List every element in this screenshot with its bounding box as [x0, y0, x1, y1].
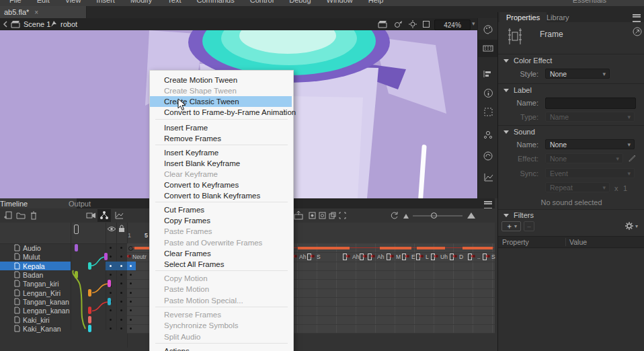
- layer-row-audio[interactable]: Audio: [0, 243, 127, 252]
- sound-name-dropdown[interactable]: None▾: [545, 139, 635, 149]
- menu-item-convert-to-blank-keyframes[interactable]: Convert to Blank Keyframes: [150, 190, 292, 201]
- properties-panel-menu-icon[interactable]: [633, 14, 641, 22]
- menu-item-cut-frames[interactable]: Cut Frames: [150, 204, 292, 215]
- layer-depth-graph-icon[interactable]: [114, 211, 124, 220]
- keyboard-shortcuts-icon[interactable]: [483, 44, 493, 53]
- menu-item-create-classic-tween[interactable]: Create Classic Tween: [150, 96, 292, 107]
- menu-commands[interactable]: Commands: [196, 0, 234, 4]
- animate-app-window: File Edit View Insert Modify Text Comman…: [0, 0, 644, 351]
- camera-icon[interactable]: [86, 212, 96, 219]
- onion-skin-outline-icon[interactable]: [319, 212, 326, 219]
- edit-multiple-frames-icon[interactable]: [329, 212, 336, 219]
- menu-item-paste-motion: Paste Motion: [150, 284, 292, 295]
- align-panel-icon[interactable]: [483, 69, 493, 79]
- properties-panel: Properties Library Frame Color Effect St…: [497, 12, 644, 351]
- center-stage-icon[interactable]: [409, 20, 417, 28]
- back-arrow-icon[interactable]: [2, 21, 9, 28]
- breadcrumb-symbol[interactable]: robot: [61, 20, 77, 28]
- menu-item-copy-frames[interactable]: Copy Frames: [150, 215, 292, 226]
- menu-item-select-all-frames[interactable]: Select All Frames: [150, 259, 292, 270]
- stage-zoom-select[interactable]: 424%: [434, 20, 471, 30]
- menu-item-paste-overwrite-frames: Paste and Overwrite Frames: [150, 237, 292, 248]
- breadcrumb-scene[interactable]: Scene 1: [24, 20, 50, 28]
- creative-cloud-icon[interactable]: [483, 151, 493, 161]
- clip-content-icon[interactable]: [422, 20, 430, 28]
- layer-parenting-view-icon[interactable]: [99, 210, 109, 220]
- menu-view[interactable]: View: [65, 0, 81, 4]
- timeline-zoom-slider-knob[interactable]: [431, 212, 437, 219]
- value-column-header: Value: [569, 237, 587, 247]
- add-filter-button[interactable]: ＋▾: [501, 221, 521, 231]
- particles-panel-icon[interactable]: [483, 130, 493, 140]
- flick-help-icon[interactable]: [633, 27, 642, 36]
- section-sound[interactable]: Sound: [504, 128, 535, 136]
- delete-layer-icon[interactable]: [30, 211, 38, 220]
- new-folder-icon[interactable]: [16, 212, 26, 219]
- menu-item-insert-keyframe[interactable]: Insert Keyframe: [150, 147, 292, 158]
- marker-range-icon[interactable]: [339, 212, 346, 219]
- layer-row-kepala[interactable]: Kepala: [0, 262, 127, 270]
- menu-text[interactable]: Text: [167, 0, 181, 4]
- zoom-chevron-icon[interactable]: ▾: [472, 20, 475, 27]
- filter-options-gear-icon[interactable]: [625, 221, 634, 231]
- layer-row-tangan-kiri[interactable]: Tangan_kiri: [0, 279, 127, 288]
- eye-visibility-icon[interactable]: [107, 226, 116, 232]
- workspace-switcher[interactable]: Essentials: [573, 0, 606, 4]
- menu-file[interactable]: File: [9, 0, 22, 4]
- section-color-effect[interactable]: Color Effect: [504, 56, 552, 65]
- menu-item-convert-to-keyframes[interactable]: Convert to Keyframes: [150, 180, 292, 190]
- layer-row-mulut[interactable]: Mulut: [0, 252, 127, 261]
- layer-row-tangan-kanan[interactable]: Tangan_kanan: [0, 297, 127, 306]
- transform-panel-icon[interactable]: [483, 107, 493, 117]
- section-filters[interactable]: Filters: [504, 211, 534, 219]
- menu-modify[interactable]: Modify: [130, 0, 152, 4]
- history-graph-icon[interactable]: [483, 173, 493, 182]
- tab-output[interactable]: Output: [59, 198, 100, 208]
- property-column-header: Property: [502, 237, 529, 247]
- zoom-out-frames-icon[interactable]: [403, 213, 409, 219]
- timeline-zoom-slider-track[interactable]: [413, 215, 462, 217]
- ruler-frame-1: 1: [128, 232, 131, 239]
- lock-icon[interactable]: [118, 225, 125, 233]
- layer-row-kaki-kiri[interactable]: Kaki_kiri: [0, 315, 127, 324]
- new-layer-icon[interactable]: [3, 211, 13, 220]
- layer-row-kaki-kanan[interactable]: Kaki_Kanan: [0, 324, 127, 333]
- edit-symbols-icon[interactable]: [394, 20, 403, 28]
- mouth-frame-label: L: [426, 254, 429, 260]
- label-name-input[interactable]: [545, 98, 636, 109]
- menu-item-insert-blank-keyframe[interactable]: Insert Blank Keyframe: [150, 158, 292, 169]
- sound-sync-label: Sync:: [504, 169, 538, 178]
- label-name-label: Name:: [504, 99, 538, 107]
- menu-insert[interactable]: Insert: [96, 0, 115, 4]
- layer-row-lengan-kiri[interactable]: Lengan_Kiri: [0, 288, 127, 297]
- layer-row-lengan-kanan[interactable]: Lengan_kanan: [0, 306, 127, 315]
- menu-debug[interactable]: Debug: [289, 0, 311, 4]
- style-dropdown[interactable]: None▾: [545, 69, 610, 79]
- loop-playback-icon[interactable]: [390, 211, 399, 220]
- menu-control[interactable]: Control: [250, 0, 274, 4]
- info-panel-icon[interactable]: [483, 88, 493, 98]
- mouth-frame-label: S: [491, 254, 495, 260]
- menu-window[interactable]: Window: [327, 0, 353, 4]
- tab-library[interactable]: Library: [540, 12, 576, 22]
- onion-skin-icon[interactable]: [309, 212, 316, 219]
- layer-icon: [13, 271, 21, 278]
- layer-row-badan[interactable]: Badan: [0, 270, 127, 279]
- menu-item-actions[interactable]: Actions: [150, 346, 292, 351]
- edit-scene-icon[interactable]: [378, 20, 387, 28]
- menu-item-remove-frames[interactable]: Remove Frames: [150, 133, 292, 144]
- menu-item-convert-frame-by-frame[interactable]: Convert to Frame-by-Frame Animation: [150, 107, 292, 118]
- menu-edit[interactable]: Edit: [37, 0, 50, 4]
- menu-item-create-motion-tween[interactable]: Create Motion Tween: [150, 75, 292, 85]
- section-label[interactable]: Label: [504, 86, 532, 94]
- color-palette-icon[interactable]: [483, 24, 493, 35]
- gear-chevron-icon[interactable]: ▾: [635, 223, 638, 229]
- menu-item-insert-frame[interactable]: Insert Frame: [150, 122, 292, 133]
- close-tab-icon[interactable]: ×: [34, 9, 38, 16]
- menu-help[interactable]: Help: [368, 0, 384, 4]
- menu-item-clear-frames[interactable]: Clear Frames: [150, 248, 292, 259]
- export-frame-icon[interactable]: [294, 210, 303, 220]
- document-tab[interactable]: ab5.fla* ×: [0, 6, 87, 18]
- zoom-in-frames-icon[interactable]: [467, 212, 476, 219]
- mouth-frame-label: ..: [477, 254, 481, 260]
